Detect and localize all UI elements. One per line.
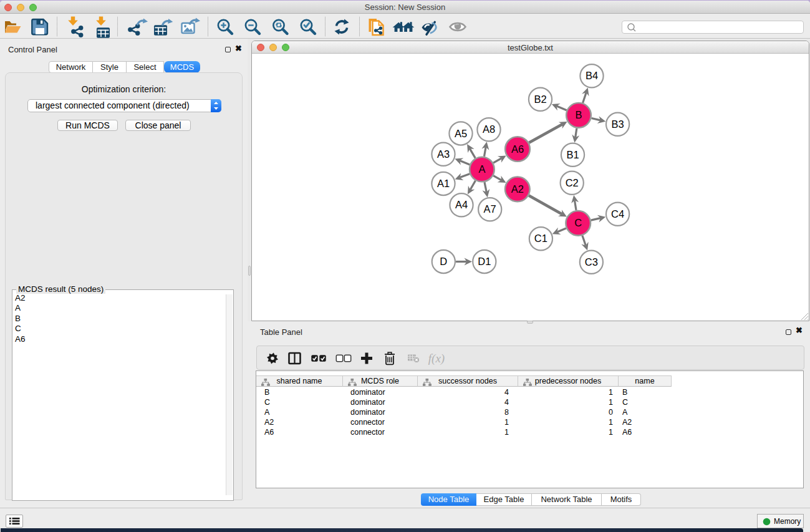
svg-text:A4: A4 <box>455 199 468 210</box>
svg-text:A2: A2 <box>511 183 524 195</box>
svg-text:C1: C1 <box>534 233 547 244</box>
svg-text:A: A <box>478 163 485 175</box>
svg-text:A1: A1 <box>437 178 450 189</box>
svg-text:B3: B3 <box>612 118 624 130</box>
svg-text:f(x): f(x) <box>428 352 445 365</box>
svg-text:D: D <box>440 256 447 267</box>
svg-text:B1: B1 <box>566 149 579 160</box>
svg-text:A8: A8 <box>483 123 495 135</box>
svg-text:B: B <box>575 109 582 120</box>
svg-text:D1: D1 <box>478 256 491 267</box>
svg-text:A7: A7 <box>484 203 496 215</box>
svg-text:C: C <box>574 217 582 228</box>
svg-text:A5: A5 <box>455 128 467 139</box>
svg-text:C3: C3 <box>585 256 598 268</box>
svg-text:B4: B4 <box>586 70 598 81</box>
svg-text:B2: B2 <box>534 94 546 105</box>
svg-text:C2: C2 <box>566 177 579 188</box>
svg-text:A6: A6 <box>511 143 524 155</box>
svg-text:C4: C4 <box>611 208 624 220</box>
svg-text:A3: A3 <box>437 148 450 160</box>
